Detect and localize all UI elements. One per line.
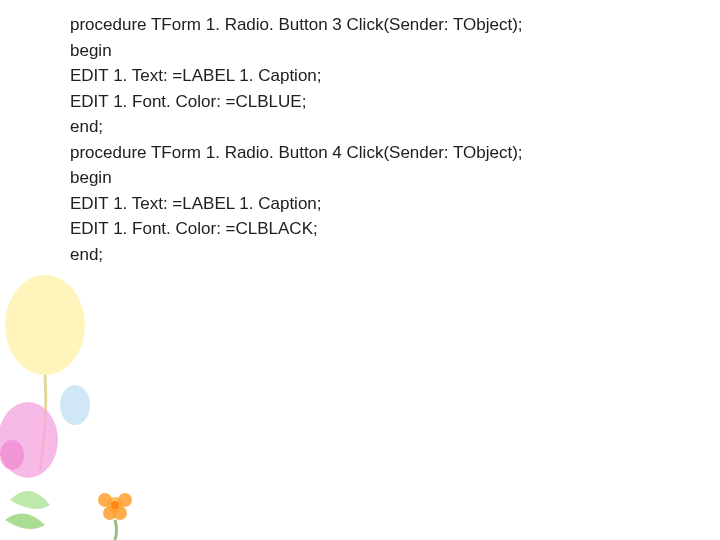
svg-point-0 bbox=[5, 275, 85, 375]
code-line: procedure TForm 1. Radio. Button 3 Click… bbox=[70, 12, 523, 38]
code-line: begin bbox=[70, 38, 523, 64]
code-line: EDIT 1. Font. Color: =CLBLUE; bbox=[70, 89, 523, 115]
svg-point-5 bbox=[118, 493, 132, 507]
code-line: procedure TForm 1. Radio. Button 4 Click… bbox=[70, 140, 523, 166]
svg-point-8 bbox=[111, 501, 119, 509]
code-block: procedure TForm 1. Radio. Button 3 Click… bbox=[70, 12, 523, 267]
svg-point-9 bbox=[60, 385, 90, 425]
code-line: EDIT 1. Text: =LABEL 1. Caption; bbox=[70, 191, 523, 217]
code-line: begin bbox=[70, 165, 523, 191]
svg-point-4 bbox=[98, 493, 112, 507]
code-line: end; bbox=[70, 114, 523, 140]
background-decoration bbox=[0, 240, 200, 540]
svg-point-2 bbox=[0, 440, 24, 470]
code-line: end; bbox=[70, 242, 523, 268]
code-line: EDIT 1. Text: =LABEL 1. Caption; bbox=[70, 63, 523, 89]
code-line: EDIT 1. Font. Color: =CLBLACK; bbox=[70, 216, 523, 242]
